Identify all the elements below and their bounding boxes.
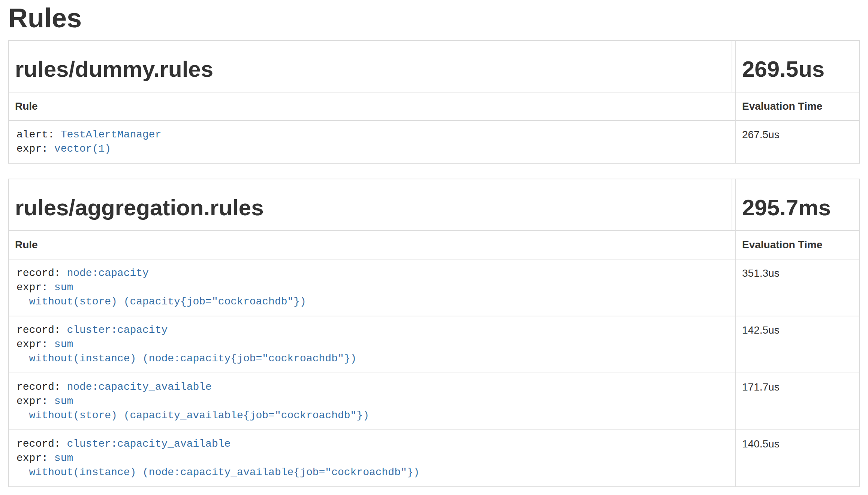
rules-page: Rules rules/dummy.rules 269.5us Rule Eva… (0, 3, 868, 495)
rule-code-cell: alert: TestAlertManager expr: vector(1) (9, 121, 736, 163)
page-container: Rules rules/dummy.rules 269.5us Rule Eva… (0, 3, 868, 487)
rule-evaluation-time: 142.5us (736, 316, 859, 373)
group-evaluation-time: 295.7ms (742, 194, 853, 221)
evaluation-time-column-header: Evaluation Time (736, 231, 859, 259)
column-spacer (732, 179, 736, 231)
expr-link[interactable]: sum without(store) (capacity_available{j… (16, 395, 369, 421)
rule-evaluation-time: 351.3us (736, 259, 859, 316)
rule-column-header: Rule (9, 231, 736, 259)
group-evaluation-time: 269.5us (742, 56, 853, 83)
rule-row: record: node:capacity_available expr: su… (9, 373, 859, 430)
expr-label: expr: (16, 395, 54, 407)
column-header-row: Rule Evaluation Time (9, 231, 859, 259)
rule-type-label: record: (16, 381, 67, 393)
group-file-name: rules/aggregation.rules (15, 194, 726, 221)
group-name-cell: rules/aggregation.rules (9, 179, 732, 231)
group-header-row: rules/dummy.rules 269.5us (9, 40, 859, 92)
expr-link[interactable]: sum without(instance) (node:capacity_ava… (16, 452, 419, 478)
rule-evaluation-time: 267.5us (736, 121, 859, 163)
rules-group-table: rules/aggregation.rules 295.7ms Rule Eva… (8, 179, 860, 487)
rule-code: record: cluster:capacity expr: sum witho… (16, 323, 728, 366)
rule-code-cell: record: cluster:capacity_available expr:… (9, 430, 736, 487)
rule-evaluation-time: 140.5us (736, 430, 859, 487)
column-spacer (732, 40, 736, 92)
rule-type-label: record: (16, 267, 67, 279)
rule-name-link[interactable]: node:capacity_available (67, 381, 211, 393)
rule-name-link[interactable]: node:capacity (67, 267, 148, 279)
rule-row: record: node:capacity expr: sum without(… (9, 259, 859, 316)
rule-name-link[interactable]: TestAlertManager (61, 128, 162, 140)
rule-type-label: record: (16, 324, 67, 336)
group-header-row: rules/aggregation.rules 295.7ms (9, 179, 859, 231)
expr-label: expr: (16, 143, 54, 155)
rule-row: record: cluster:capacity expr: sum witho… (9, 316, 859, 373)
column-header-row: Rule Evaluation Time (9, 92, 859, 121)
rules-group-table: rules/dummy.rules 269.5us Rule Evaluatio… (8, 40, 860, 164)
rule-column-header: Rule (9, 92, 736, 121)
expr-label: expr: (16, 281, 54, 293)
rule-type-label: record: (16, 438, 67, 450)
rule-code-cell: record: node:capacity expr: sum without(… (9, 259, 736, 316)
expr-label: expr: (16, 452, 54, 464)
rule-groups: rules/dummy.rules 269.5us Rule Evaluatio… (8, 40, 860, 487)
expr-link[interactable]: sum without(instance) (node:capacity{job… (16, 338, 356, 364)
rule-evaluation-time: 171.7us (736, 373, 859, 430)
rule-type-label: alert: (16, 128, 61, 140)
rule-code-cell: record: node:capacity_available expr: su… (9, 373, 736, 430)
group-name-cell: rules/dummy.rules (9, 40, 732, 92)
rule-name-link[interactable]: cluster:capacity (67, 324, 168, 336)
rule-row: alert: TestAlertManager expr: vector(1) … (9, 121, 859, 163)
expr-link[interactable]: vector(1) (54, 143, 111, 155)
page-title: Rules (8, 3, 860, 33)
expr-label: expr: (16, 338, 54, 350)
group-file-name: rules/dummy.rules (15, 56, 726, 83)
rule-code: alert: TestAlertManager expr: vector(1) (16, 128, 728, 156)
rule-code: record: node:capacity_available expr: su… (16, 380, 728, 423)
rule-code: record: cluster:capacity_available expr:… (16, 437, 728, 480)
group-time-cell: 269.5us (736, 40, 859, 92)
rule-row: record: cluster:capacity_available expr:… (9, 430, 859, 487)
group-time-cell: 295.7ms (736, 179, 859, 231)
expr-link[interactable]: sum without(store) (capacity{job="cockro… (16, 281, 306, 307)
evaluation-time-column-header: Evaluation Time (736, 92, 859, 121)
rule-code-cell: record: cluster:capacity expr: sum witho… (9, 316, 736, 373)
rule-code: record: node:capacity expr: sum without(… (16, 266, 728, 309)
rule-name-link[interactable]: cluster:capacity_available (67, 438, 230, 450)
